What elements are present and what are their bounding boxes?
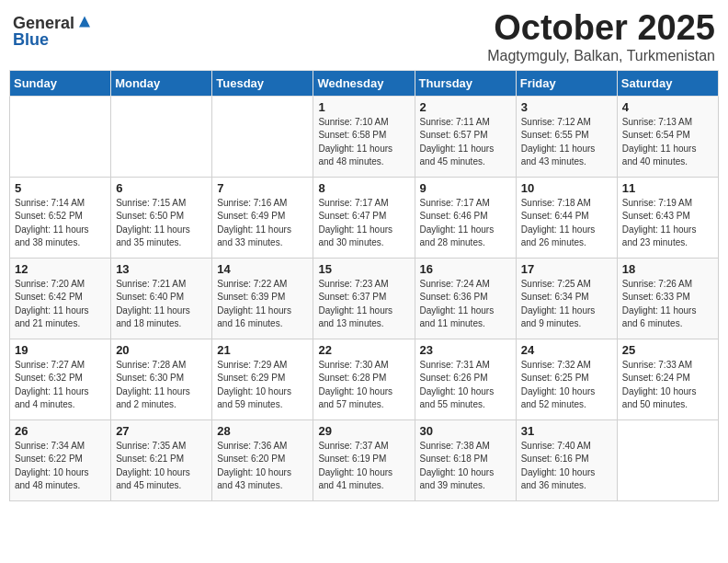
day-info: Sunrise: 7:10 AM Sunset: 6:58 PM Dayligh… <box>318 116 409 169</box>
day-info: Sunrise: 7:30 AM Sunset: 6:28 PM Dayligh… <box>318 359 409 412</box>
calendar-header-row: SundayMondayTuesdayWednesdayThursdayFrid… <box>10 70 719 96</box>
calendar-cell: 3Sunrise: 7:12 AM Sunset: 6:55 PM Daylig… <box>516 96 617 177</box>
day-number: 23 <box>420 343 511 357</box>
day-info: Sunrise: 7:27 AM Sunset: 6:32 PM Dayligh… <box>15 359 106 412</box>
day-number: 1 <box>318 100 409 114</box>
calendar-cell: 1Sunrise: 7:10 AM Sunset: 6:58 PM Daylig… <box>313 96 415 177</box>
calendar-cell: 30Sunrise: 7:38 AM Sunset: 6:18 PM Dayli… <box>415 419 516 500</box>
day-number: 27 <box>116 424 207 438</box>
calendar-cell: 29Sunrise: 7:37 AM Sunset: 6:19 PM Dayli… <box>313 419 415 500</box>
header-thursday: Thursday <box>415 70 516 96</box>
calendar-week-row: 26Sunrise: 7:34 AM Sunset: 6:22 PM Dayli… <box>10 419 719 500</box>
calendar-cell: 5Sunrise: 7:14 AM Sunset: 6:52 PM Daylig… <box>10 177 111 258</box>
calendar-cell: 10Sunrise: 7:18 AM Sunset: 6:44 PM Dayli… <box>516 177 617 258</box>
calendar-cell: 7Sunrise: 7:16 AM Sunset: 6:49 PM Daylig… <box>212 177 313 258</box>
day-info: Sunrise: 7:26 AM Sunset: 6:33 PM Dayligh… <box>622 278 713 331</box>
day-info: Sunrise: 7:18 AM Sunset: 6:44 PM Dayligh… <box>521 197 612 250</box>
day-number: 28 <box>217 424 308 438</box>
day-number: 10 <box>521 181 612 195</box>
calendar-week-row: 19Sunrise: 7:27 AM Sunset: 6:32 PM Dayli… <box>10 339 719 419</box>
day-info: Sunrise: 7:11 AM Sunset: 6:57 PM Dayligh… <box>420 116 511 169</box>
day-number: 3 <box>521 100 612 114</box>
day-info: Sunrise: 7:19 AM Sunset: 6:43 PM Dayligh… <box>622 197 713 250</box>
day-info: Sunrise: 7:17 AM Sunset: 6:46 PM Dayligh… <box>420 197 511 250</box>
day-info: Sunrise: 7:36 AM Sunset: 6:20 PM Dayligh… <box>217 440 308 493</box>
day-number: 24 <box>521 343 612 357</box>
logo-general-text: General <box>13 15 74 31</box>
day-info: Sunrise: 7:35 AM Sunset: 6:21 PM Dayligh… <box>116 440 207 493</box>
day-number: 26 <box>15 424 106 438</box>
day-number: 14 <box>217 262 308 276</box>
calendar-cell: 14Sunrise: 7:22 AM Sunset: 6:39 PM Dayli… <box>212 258 313 339</box>
calendar-cell: 24Sunrise: 7:32 AM Sunset: 6:25 PM Dayli… <box>516 339 617 419</box>
day-info: Sunrise: 7:40 AM Sunset: 6:16 PM Dayligh… <box>521 440 612 493</box>
calendar-cell: 17Sunrise: 7:25 AM Sunset: 6:34 PM Dayli… <box>516 258 617 339</box>
svg-marker-0 <box>79 17 90 28</box>
calendar-cell <box>10 96 111 177</box>
day-info: Sunrise: 7:23 AM Sunset: 6:37 PM Dayligh… <box>318 278 409 331</box>
day-number: 21 <box>217 343 308 357</box>
day-number: 8 <box>318 181 409 195</box>
calendar-location: Magtymguly, Balkan, Turkmenistan <box>487 48 715 64</box>
calendar-cell: 15Sunrise: 7:23 AM Sunset: 6:37 PM Dayli… <box>313 258 415 339</box>
day-info: Sunrise: 7:16 AM Sunset: 6:49 PM Dayligh… <box>217 197 308 250</box>
logo: General Blue <box>13 15 93 48</box>
calendar-cell: 13Sunrise: 7:21 AM Sunset: 6:40 PM Dayli… <box>111 258 212 339</box>
header-sunday: Sunday <box>10 70 111 96</box>
day-info: Sunrise: 7:37 AM Sunset: 6:19 PM Dayligh… <box>318 440 409 493</box>
day-number: 2 <box>420 100 511 114</box>
calendar-cell: 16Sunrise: 7:24 AM Sunset: 6:36 PM Dayli… <box>415 258 516 339</box>
day-number: 5 <box>15 181 106 195</box>
calendar-cell <box>111 96 212 177</box>
day-number: 16 <box>420 262 511 276</box>
day-number: 22 <box>318 343 409 357</box>
calendar-cell: 27Sunrise: 7:35 AM Sunset: 6:21 PM Dayli… <box>111 419 212 500</box>
header-wednesday: Wednesday <box>313 70 415 96</box>
calendar-week-row: 5Sunrise: 7:14 AM Sunset: 6:52 PM Daylig… <box>10 177 719 258</box>
calendar-cell: 22Sunrise: 7:30 AM Sunset: 6:28 PM Dayli… <box>313 339 415 419</box>
calendar-cell: 8Sunrise: 7:17 AM Sunset: 6:47 PM Daylig… <box>313 177 415 258</box>
day-number: 30 <box>420 424 511 438</box>
day-info: Sunrise: 7:34 AM Sunset: 6:22 PM Dayligh… <box>15 440 106 493</box>
title-block: October 2025 Magtymguly, Balkan, Turkmen… <box>487 9 715 64</box>
calendar-cell: 4Sunrise: 7:13 AM Sunset: 6:54 PM Daylig… <box>617 96 718 177</box>
calendar-week-row: 12Sunrise: 7:20 AM Sunset: 6:42 PM Dayli… <box>10 258 719 339</box>
calendar-cell: 2Sunrise: 7:11 AM Sunset: 6:57 PM Daylig… <box>415 96 516 177</box>
header-friday: Friday <box>516 70 617 96</box>
calendar-cell: 25Sunrise: 7:33 AM Sunset: 6:24 PM Dayli… <box>617 339 718 419</box>
day-number: 13 <box>116 262 207 276</box>
day-info: Sunrise: 7:38 AM Sunset: 6:18 PM Dayligh… <box>420 440 511 493</box>
day-number: 29 <box>318 424 409 438</box>
calendar-cell: 19Sunrise: 7:27 AM Sunset: 6:32 PM Dayli… <box>10 339 111 419</box>
header-tuesday: Tuesday <box>212 70 313 96</box>
day-info: Sunrise: 7:14 AM Sunset: 6:52 PM Dayligh… <box>15 197 106 250</box>
calendar-cell <box>617 419 718 500</box>
day-info: Sunrise: 7:13 AM Sunset: 6:54 PM Dayligh… <box>622 116 713 169</box>
calendar-cell: 21Sunrise: 7:29 AM Sunset: 6:29 PM Dayli… <box>212 339 313 419</box>
calendar-cell: 18Sunrise: 7:26 AM Sunset: 6:33 PM Dayli… <box>617 258 718 339</box>
calendar-cell: 23Sunrise: 7:31 AM Sunset: 6:26 PM Dayli… <box>415 339 516 419</box>
day-number: 12 <box>15 262 106 276</box>
day-info: Sunrise: 7:17 AM Sunset: 6:47 PM Dayligh… <box>318 197 409 250</box>
day-info: Sunrise: 7:25 AM Sunset: 6:34 PM Dayligh… <box>521 278 612 331</box>
day-number: 31 <box>521 424 612 438</box>
day-info: Sunrise: 7:32 AM Sunset: 6:25 PM Dayligh… <box>521 359 612 412</box>
calendar-cell: 11Sunrise: 7:19 AM Sunset: 6:43 PM Dayli… <box>617 177 718 258</box>
day-number: 6 <box>116 181 207 195</box>
logo-icon <box>76 15 93 31</box>
page-header: General Blue October 2025 Magtymguly, Ba… <box>9 9 719 64</box>
calendar-cell <box>212 96 313 177</box>
header-saturday: Saturday <box>617 70 718 96</box>
day-number: 15 <box>318 262 409 276</box>
calendar-cell: 20Sunrise: 7:28 AM Sunset: 6:30 PM Dayli… <box>111 339 212 419</box>
day-number: 9 <box>420 181 511 195</box>
day-info: Sunrise: 7:33 AM Sunset: 6:24 PM Dayligh… <box>622 359 713 412</box>
day-number: 17 <box>521 262 612 276</box>
calendar-cell: 6Sunrise: 7:15 AM Sunset: 6:50 PM Daylig… <box>111 177 212 258</box>
day-info: Sunrise: 7:22 AM Sunset: 6:39 PM Dayligh… <box>217 278 308 331</box>
calendar-cell: 12Sunrise: 7:20 AM Sunset: 6:42 PM Dayli… <box>10 258 111 339</box>
day-info: Sunrise: 7:15 AM Sunset: 6:50 PM Dayligh… <box>116 197 207 250</box>
day-info: Sunrise: 7:31 AM Sunset: 6:26 PM Dayligh… <box>420 359 511 412</box>
day-info: Sunrise: 7:21 AM Sunset: 6:40 PM Dayligh… <box>116 278 207 331</box>
day-number: 11 <box>622 181 713 195</box>
